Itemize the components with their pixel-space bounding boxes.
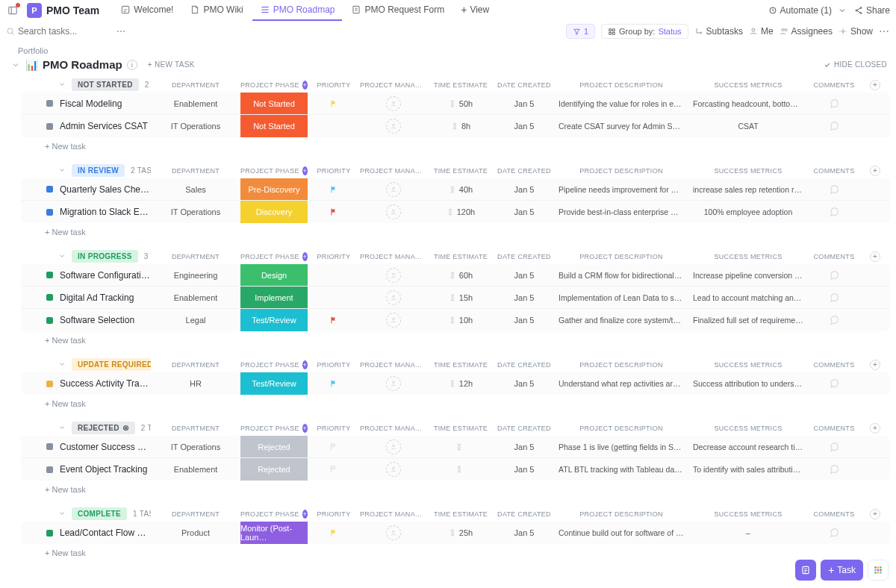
task-metrics[interactable]: increase sales rep retention rates QoQ a… — [688, 185, 808, 194]
task-date[interactable]: Jan 5 — [494, 122, 554, 131]
task-priority[interactable] — [308, 99, 360, 108]
apps-fab[interactable] — [868, 560, 889, 581]
task-date[interactable]: Jan 5 — [494, 442, 554, 451]
task-time[interactable]: 120h — [427, 207, 494, 216]
task-pm[interactable] — [360, 440, 427, 454]
collapse-group-icon[interactable] — [58, 81, 66, 90]
hide-closed-button[interactable]: HIDE CLOSED — [824, 60, 887, 69]
notepad-fab[interactable] — [795, 560, 816, 581]
task-phase[interactable]: Implement — [240, 287, 308, 308]
search-more-icon[interactable]: ⋯ — [116, 26, 126, 37]
me-button[interactable]: Me — [749, 26, 774, 37]
task-priority[interactable] — [308, 207, 360, 216]
add-phase-icon[interactable]: + — [302, 360, 308, 369]
task-pm[interactable] — [360, 525, 427, 540]
task-comments[interactable] — [808, 293, 860, 303]
add-phase-icon[interactable]: + — [302, 424, 308, 433]
task-date[interactable]: Jan 5 — [494, 293, 554, 302]
status-chip[interactable]: NOT STARTED — [72, 78, 139, 91]
info-icon[interactable]: i — [127, 60, 137, 70]
task-phase[interactable]: Not Started — [240, 93, 308, 114]
task-row[interactable]: Success Activity Tracking HR Test/Review… — [21, 372, 890, 395]
project-title[interactable]: PMO Roadmap — [43, 58, 122, 71]
status-square[interactable] — [40, 209, 58, 216]
task-department[interactable]: IT Operations — [151, 122, 240, 131]
filter-pill[interactable]: 1 — [566, 24, 595, 39]
task-phase[interactable]: Design — [240, 264, 308, 286]
more-menu-icon[interactable]: ⋯ — [879, 25, 890, 37]
task-department[interactable]: IT Operations — [151, 207, 240, 216]
task-row[interactable]: Software Configuration Engineering Desig… — [21, 264, 890, 287]
task-priority[interactable] — [308, 185, 360, 194]
task-desc[interactable]: Identifying the value for roles in each … — [554, 99, 688, 108]
task-metrics[interactable]: Increase pipeline conversion of new busi… — [688, 271, 808, 280]
task-row[interactable]: Customer Success Console IT Operations R… — [21, 436, 890, 458]
task-name[interactable]: Customer Success Console — [58, 442, 151, 452]
task-priority[interactable] — [308, 379, 360, 388]
task-name[interactable]: Lead/Contact Flow Overhaul — [58, 528, 151, 538]
task-department[interactable]: Legal — [151, 316, 240, 325]
collapse-group-icon[interactable] — [58, 424, 66, 433]
task-metrics[interactable]: CSAT — [688, 122, 808, 131]
task-pm[interactable] — [360, 462, 427, 477]
status-chip[interactable]: IN REVIEW — [72, 164, 125, 177]
show-button[interactable]: Show — [839, 26, 873, 37]
task-comments[interactable] — [808, 98, 860, 109]
task-priority[interactable] — [308, 465, 360, 474]
task-row[interactable]: Migration to Slack Enterprise Grid IT Op… — [21, 201, 890, 223]
task-date[interactable]: Jan 5 — [494, 271, 554, 280]
task-date[interactable]: Jan 5 — [494, 185, 554, 194]
status-chip[interactable]: COMPLETE — [72, 507, 127, 520]
task-name[interactable]: Software Selection — [58, 315, 151, 325]
task-metrics[interactable]: Forcasting headcount, bottom line, CAC, … — [688, 99, 808, 108]
task-desc[interactable]: Implementation of Lean Data to streamlin… — [554, 293, 688, 302]
add-phase-icon[interactable]: + — [302, 252, 308, 261]
assignees-button[interactable]: Assignees — [780, 26, 833, 37]
task-desc[interactable]: Create CSAT survey for Admin Services — [554, 122, 688, 131]
automate-button[interactable]: Automate (1) — [768, 5, 847, 16]
task-metrics[interactable]: Success attribution to understand custom… — [688, 379, 808, 388]
task-comments[interactable] — [808, 207, 860, 217]
task-date[interactable]: Jan 5 — [494, 316, 554, 325]
task-desc[interactable]: Provide best-in-class enterprise messagi… — [554, 207, 688, 216]
task-pm[interactable] — [360, 182, 427, 197]
collapse-project-icon[interactable] — [10, 60, 21, 70]
task-phase[interactable]: Not Started — [240, 115, 308, 137]
task-date[interactable]: Jan 5 — [494, 465, 554, 474]
task-date[interactable]: Jan 5 — [494, 528, 554, 537]
add-column-icon[interactable]: + — [870, 251, 880, 262]
add-phase-icon[interactable]: + — [302, 166, 308, 175]
task-pm[interactable] — [360, 204, 427, 219]
task-time[interactable]: 15h — [427, 293, 494, 302]
status-square[interactable] — [40, 381, 58, 387]
status-square[interactable] — [40, 272, 58, 278]
task-time[interactable]: 60h — [427, 271, 494, 280]
search-input[interactable] — [18, 26, 108, 37]
task-pm[interactable] — [360, 119, 427, 134]
task-comments[interactable] — [808, 442, 860, 452]
task-metrics[interactable]: Lead to account matching and handling of… — [688, 293, 808, 302]
task-pm[interactable] — [360, 96, 427, 111]
task-date[interactable]: Jan 5 — [494, 99, 554, 108]
new-task-row[interactable]: + New task — [6, 331, 890, 345]
task-time[interactable]: 50h — [427, 99, 494, 108]
task-metrics[interactable]: To identify with sales attribution varia… — [688, 465, 808, 474]
breadcrumb[interactable]: Portfolio — [0, 42, 896, 57]
group-by-pill[interactable]: Group by: Status — [601, 24, 688, 39]
sidebar-toggle-icon[interactable] — [6, 4, 19, 17]
task-time[interactable] — [427, 466, 494, 473]
task-priority[interactable] — [308, 442, 360, 451]
add-view-button[interactable]: +View — [453, 0, 497, 22]
status-square[interactable] — [40, 530, 58, 537]
task-desc[interactable]: Gather and finalize core system/tool req… — [554, 316, 688, 325]
task-row[interactable]: Event Object Tracking Enablement Rejecte… — [21, 458, 890, 481]
task-comments[interactable] — [808, 528, 860, 538]
new-task-row[interactable]: + New task — [6, 481, 890, 494]
tab-request-form[interactable]: PMO Request Form — [343, 0, 452, 21]
task-row[interactable]: Software Selection Legal Test/Review 10h… — [21, 309, 890, 331]
task-phase[interactable]: Monitor (Post-Laun… — [240, 522, 308, 544]
task-time[interactable]: 12h — [427, 379, 494, 388]
task-department[interactable]: HR — [151, 379, 240, 388]
task-name[interactable]: Digital Ad Tracking — [58, 293, 151, 303]
task-department[interactable]: IT Operations — [151, 442, 240, 451]
